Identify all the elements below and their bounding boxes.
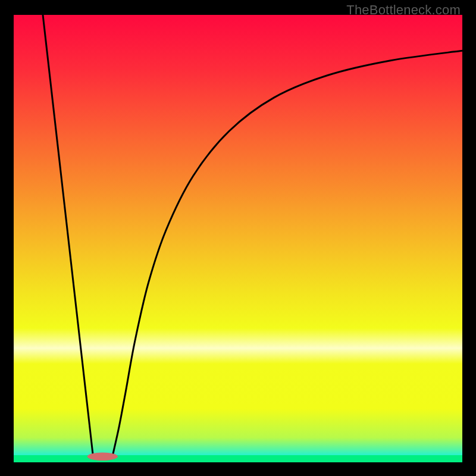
gradient-background bbox=[14, 15, 462, 462]
plot-svg bbox=[14, 15, 462, 462]
chart-frame: TheBottleneck.com bbox=[0, 0, 476, 476]
watermark-text: TheBottleneck.com bbox=[346, 2, 461, 18]
valley-marker bbox=[87, 452, 118, 461]
plot-area bbox=[14, 15, 462, 462]
bottom-green-band bbox=[14, 455, 462, 462]
